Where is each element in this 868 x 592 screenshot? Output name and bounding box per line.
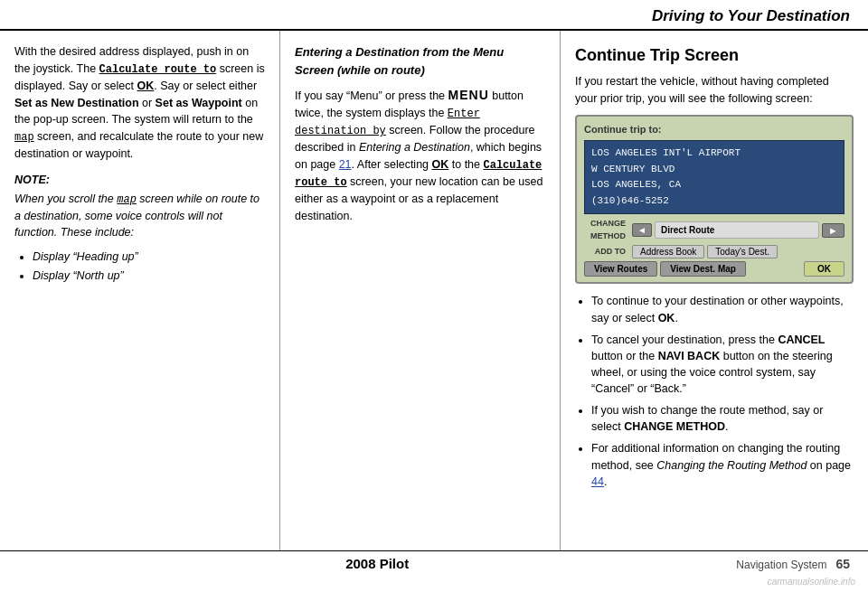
note-heading: NOTE: <box>14 172 265 189</box>
address-line-2: W CENTURY BLVD <box>591 162 837 178</box>
or-text: or <box>139 97 156 109</box>
address-line-1: LOS ANGELES INT'L AIRPORT <box>591 146 837 162</box>
right-section-heading: Continue Trip Screen <box>575 43 854 68</box>
middle-column: Entering a Destination from the Menu Scr… <box>280 31 561 550</box>
menu-btn-text: MENU <box>448 88 489 102</box>
bullet-item-2: Display “North up” <box>33 268 265 285</box>
right-para1: If you restart the vehicle, without havi… <box>575 73 854 108</box>
entering-a-dest: Entering a Destination <box>359 141 470 154</box>
rb3b: . <box>725 420 728 433</box>
rb4-italic: Changing the Routing Method <box>656 459 807 472</box>
address-box: LOS ANGELES INT'L AIRPORT W CENTURY BLVD… <box>584 140 844 214</box>
footer-right-label: Navigation System <box>736 559 826 571</box>
map2-text: map <box>117 193 137 206</box>
right-bullet-1: To continue to your destination or other… <box>591 293 854 325</box>
right-bullet-4: For additional information on changing t… <box>591 440 854 489</box>
right-bullet-list: To continue to your destination or other… <box>575 293 854 489</box>
rb1-ok: OK <box>658 312 675 324</box>
nav-screen-label: Continue trip to: <box>584 122 844 137</box>
add-to-row: ADD TO Address Book Today's Dest. <box>584 245 844 258</box>
right-arrow-btn[interactable]: ► <box>822 223 844 238</box>
add-to-label: ADD TO <box>584 246 629 258</box>
left-arrow-btn[interactable]: ◄ <box>632 223 652 237</box>
view-dest-map-btn[interactable]: View Dest. Map <box>660 261 746 277</box>
footer-center: 2008 Pilot <box>345 556 409 571</box>
rb2a: To cancel your destination, press the <box>591 334 778 346</box>
mid-p1e: . After selecting <box>352 158 432 171</box>
middle-para1: If you say “Menu” or press the MENU butt… <box>295 86 545 224</box>
bullet-item-1: Display “Heading up” <box>33 249 265 266</box>
left-para1-text-e: screen, and recalculate the route to you… <box>14 130 263 160</box>
right-bullet-2: To cancel your destination, press the CA… <box>591 332 854 398</box>
footer-right: Navigation System 65 <box>736 557 850 571</box>
change-method-row: CHANGEMETHOD ◄ Direct Route ► <box>584 218 844 242</box>
right-bullet-3: If you wish to change the route method, … <box>591 402 854 435</box>
address-line-3: LOS ANGELES, CA <box>591 177 837 193</box>
rb3-change: CHANGE METHOD <box>624 420 725 433</box>
ok-text: OK <box>137 80 155 92</box>
map-text: map <box>14 131 34 144</box>
note-bullet-list: Display “Heading up” Display “North up” <box>14 249 265 285</box>
change-method-label: CHANGEMETHOD <box>584 218 629 242</box>
direct-route-label: Direct Route <box>655 221 819 239</box>
page-number: 65 <box>835 557 850 571</box>
ok2-text: OK <box>432 158 449 171</box>
page-header: Driving to Your Destination <box>0 0 868 31</box>
set-as-new-dest: Set as New Destination <box>14 97 139 109</box>
todays-dest-btn[interactable]: Today's Dest. <box>707 245 778 258</box>
rb4-page[interactable]: 44 <box>591 475 604 488</box>
rb1a: To continue to your destination or other… <box>591 295 844 324</box>
set-as-waypoint: Set as Waypoint <box>156 97 242 109</box>
left-para1: With the desired address displayed, push… <box>14 43 265 163</box>
view-routes-btn[interactable]: View Routes <box>584 261 657 277</box>
rb4b: on page <box>807 459 851 472</box>
rb2b: button or the <box>591 350 658 362</box>
bottom-row: View Routes View Dest. Map OK <box>584 261 844 277</box>
content-area: With the desired address displayed, push… <box>0 31 868 550</box>
note-text-a: When you scroll the <box>14 193 117 205</box>
right-column: Continue Trip Screen If you restart the … <box>561 31 868 550</box>
middle-section-title: Entering a Destination from the Menu Scr… <box>295 43 545 79</box>
watermark: carmanualsonline.info <box>768 577 855 587</box>
address-book-btn[interactable]: Address Book <box>632 245 704 258</box>
header-title: Driving to Your Destination <box>652 7 850 24</box>
page-21-link[interactable]: 21 <box>339 158 352 171</box>
rb2-navi: NAVI BACK <box>658 350 721 362</box>
mid-p1f: to the <box>448 158 483 171</box>
mid-p1a: If you say “Menu” or press the <box>295 89 448 102</box>
rb1b: . <box>675 312 677 324</box>
left-column: With the desired address displayed, push… <box>0 31 280 550</box>
address-line-4: (310)646-5252 <box>591 193 837 210</box>
calculate-route-text: Calculate route to <box>99 63 217 76</box>
nav-screen: Continue trip to: LOS ANGELES INT'L AIRP… <box>575 115 854 285</box>
page-footer: 2008 Pilot Navigation System 65 <box>0 550 868 576</box>
rb4c: . <box>604 475 607 488</box>
rb2-cancel: CANCEL <box>778 334 825 346</box>
left-para1-text-c: . Say or select either <box>154 80 257 92</box>
note-text: When you scroll the map screen while on … <box>14 191 265 242</box>
ok-btn[interactable]: OK <box>804 261 844 277</box>
